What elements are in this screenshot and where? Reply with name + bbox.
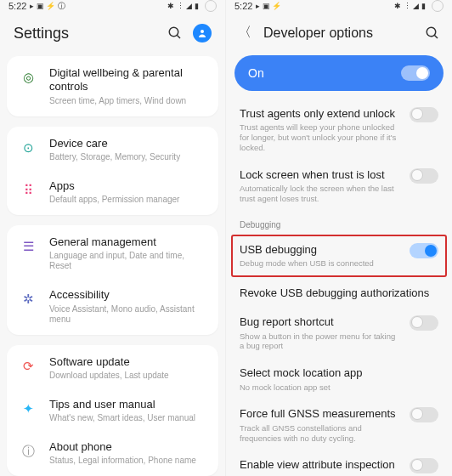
row-tips[interactable]: ✦ Tips and user manual What's new, Smart… xyxy=(7,389,218,432)
back-icon[interactable]: 〈 xyxy=(238,24,251,42)
row-title: Software update xyxy=(49,355,206,369)
row-sub: Screen time, App timers, Wind down xyxy=(49,96,206,106)
row-title: Accessibility xyxy=(49,288,206,302)
row-about-phone[interactable]: ⓘ About phone Status, Legal information,… xyxy=(7,432,218,474)
about-icon: ⓘ xyxy=(19,442,37,461)
row-title: Bug report shortcut xyxy=(240,315,401,329)
row-digital-wellbeing[interactable]: ◎ Digital wellbeing & parental controls … xyxy=(7,58,218,115)
row-title: Revoke USB debugging authorizations xyxy=(240,286,438,300)
row-title: About phone xyxy=(49,440,206,454)
status-icons-left: ▸ ▣ ⚡ xyxy=(256,2,281,10)
row-title: Select mock location app xyxy=(240,366,438,380)
status-circle xyxy=(432,0,444,12)
row-sub: What's new, Smart ideas, User manual xyxy=(49,413,206,423)
accessibility-icon: ✲ xyxy=(19,290,37,309)
row-title: Digital wellbeing & parental controls xyxy=(49,66,206,94)
row-sub: Battery, Storage, Memory, Security xyxy=(49,152,206,162)
search-icon[interactable] xyxy=(425,26,440,41)
toggle-trust-agents[interactable] xyxy=(410,107,438,122)
toggle-view-attr[interactable] xyxy=(410,458,438,473)
apps-icon: ⠿ xyxy=(19,181,37,200)
settings-card: ⊙ Device care Battery, Storage, Memory, … xyxy=(7,127,218,216)
general-icon: ☰ xyxy=(19,237,37,256)
row-sub: Language and input, Date and time, Reset xyxy=(49,251,206,271)
row-bug-report[interactable]: Bug report shortcut Show a button in the… xyxy=(238,308,440,359)
status-circle xyxy=(205,0,217,12)
row-lock-screen-trust[interactable]: Lock screen when trust is lost Automatic… xyxy=(238,161,440,212)
row-mock-location[interactable]: Select mock location app No mock locatio… xyxy=(238,359,440,400)
settings-card: ◎ Digital wellbeing & parental controls … xyxy=(7,56,218,116)
section-debugging: Debugging xyxy=(238,212,440,233)
row-sub: Trust agents will keep your phone unlock… xyxy=(240,122,401,153)
settings-header: Settings xyxy=(0,12,225,51)
row-software-update[interactable]: ⟳ Software update Download updates, Last… xyxy=(7,347,218,389)
row-trust-agents[interactable]: Trust agents only extend unlock Trust ag… xyxy=(238,99,440,161)
row-sub: Default apps, Permission manager xyxy=(49,195,206,205)
toggle-lock-screen-trust[interactable] xyxy=(410,168,438,184)
row-title: Force full GNSS measurements xyxy=(240,407,401,421)
row-device-care[interactable]: ⊙ Device care Battery, Storage, Memory, … xyxy=(7,128,218,171)
update-icon: ⟳ xyxy=(19,357,37,376)
developer-header: 〈 Developer options xyxy=(226,12,452,50)
page-title: Settings xyxy=(14,25,69,42)
toggle-gnss[interactable] xyxy=(410,407,438,422)
toggle-bug-report[interactable] xyxy=(410,315,438,331)
row-sub: Automatically lock the screen when the l… xyxy=(240,184,401,204)
wellbeing-icon: ◎ xyxy=(19,68,37,87)
status-bar: 5:22 ▸ ▣ ⚡ ⓘ ✱ ⋮ ◢ ▮ xyxy=(0,0,225,12)
usb-debugging-highlight: USB debugging Debug mode when USB is con… xyxy=(231,235,447,277)
row-title: Device care xyxy=(49,137,206,150)
row-title: USB debugging xyxy=(240,243,401,257)
row-sub: Track all GNSS constellations and freque… xyxy=(240,423,401,444)
row-sub: Status, Legal information, Phone name xyxy=(49,456,206,466)
developer-list: Trust agents only extend unlock Trust ag… xyxy=(226,99,452,476)
row-title: Lock screen when trust is lost xyxy=(240,168,401,182)
status-time: 5:22 xyxy=(234,1,252,11)
row-general-management[interactable]: ☰ General management Language and input,… xyxy=(7,227,218,280)
status-icons-right: ✱ ⋮ ◢ ▮ xyxy=(167,2,199,10)
status-time: 5:22 xyxy=(8,1,26,11)
page-title: Developer options xyxy=(263,26,413,41)
row-sub: Download updates, Last update xyxy=(49,371,206,381)
row-sub: Voice Assistant, Mono audio, Assistant m… xyxy=(49,304,206,325)
row-accessibility[interactable]: ✲ Accessibility Voice Assistant, Mono au… xyxy=(7,280,218,332)
toggle-developer-on[interactable] xyxy=(401,65,430,81)
row-apps[interactable]: ⠿ Apps Default apps, Permission manager xyxy=(7,171,218,213)
phone-right: 5:22 ▸ ▣ ⚡ ✱ ⋮ ◢ ▮ 〈 Developer options O… xyxy=(226,0,452,476)
row-usb-debugging[interactable]: USB debugging Debug mode when USB is con… xyxy=(240,243,438,269)
svg-point-2 xyxy=(201,30,204,33)
row-title: Enable view attribute inspection xyxy=(240,458,401,472)
phone-left: 5:22 ▸ ▣ ⚡ ⓘ ✱ ⋮ ◢ ▮ Settings ◎ Digital … xyxy=(0,0,226,476)
row-sub: Show a button in the power menu for taki… xyxy=(240,332,401,352)
profile-avatar[interactable] xyxy=(193,24,212,42)
row-gnss[interactable]: Force full GNSS measurements Track all G… xyxy=(238,400,440,450)
search-icon[interactable] xyxy=(167,26,183,41)
svg-line-4 xyxy=(434,35,438,38)
row-revoke-usb[interactable]: Revoke USB debugging authorizations xyxy=(238,279,440,308)
svg-line-1 xyxy=(177,35,180,38)
row-title: Tips and user manual xyxy=(49,398,206,411)
svg-point-0 xyxy=(169,27,178,37)
svg-point-3 xyxy=(427,27,436,37)
status-icons-right: ✱ ⋮ ◢ ▮ xyxy=(394,2,426,10)
row-title: Trust agents only extend unlock xyxy=(240,107,401,121)
settings-card: ⟳ Software update Download updates, Last… xyxy=(7,345,218,477)
tips-icon: ✦ xyxy=(19,400,37,418)
device-care-icon: ⊙ xyxy=(19,139,37,157)
row-title: General management xyxy=(49,235,206,249)
settings-card: ☰ General management Language and input,… xyxy=(7,225,218,335)
status-icons-left: ▸ ▣ ⚡ ⓘ xyxy=(30,1,65,12)
row-view-attr[interactable]: Enable view attribute inspection xyxy=(238,450,440,476)
row-title: Apps xyxy=(49,179,206,193)
toggle-usb-debugging[interactable] xyxy=(410,243,438,258)
developer-on-toggle-row[interactable]: On xyxy=(234,55,444,91)
status-bar: 5:22 ▸ ▣ ⚡ ✱ ⋮ ◢ ▮ xyxy=(226,0,452,12)
row-sub: Debug mode when USB is connected xyxy=(240,258,401,269)
on-label: On xyxy=(248,66,264,80)
row-sub: No mock location app set xyxy=(240,382,438,393)
